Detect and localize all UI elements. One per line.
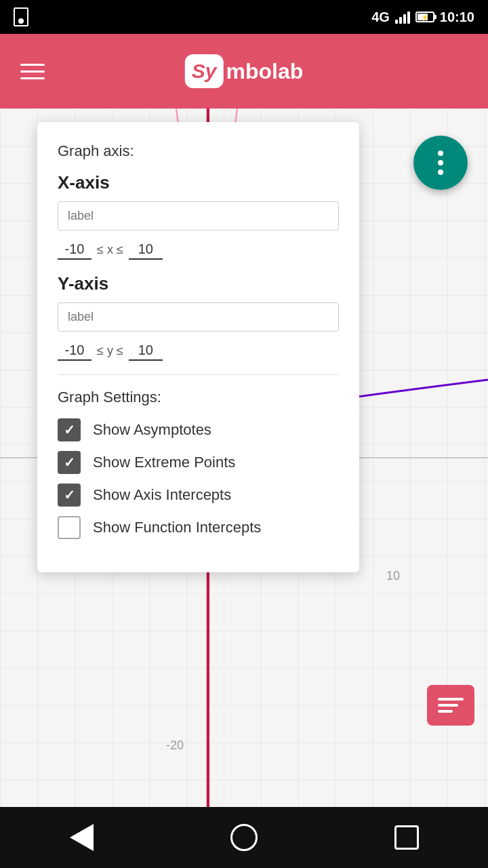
checkbox-asymptotes[interactable]: ✓ (58, 418, 81, 441)
graph-axis-title: Graph axis: (58, 142, 339, 160)
recent-button[interactable] (386, 817, 427, 858)
status-bar: 4G ⚡ 10:10 (0, 0, 488, 34)
y-axis-label-input[interactable] (58, 302, 339, 332)
checkbox-row-function-intercepts: Show Function Intercepts (58, 516, 339, 539)
status-left (14, 7, 28, 26)
lines-icon (438, 698, 464, 713)
graph-label-minus20: -20 (166, 738, 184, 753)
y-max-value[interactable]: 10 (129, 341, 163, 361)
back-icon (70, 824, 94, 851)
label-function-intercepts: Show Function Intercepts (93, 519, 261, 536)
logo-rest: mbolab (226, 59, 303, 84)
sim-icon (14, 7, 28, 26)
checkbox-row-asymptotes: ✓ Show Asymptotes (58, 418, 339, 441)
label-asymptotes: Show Asymptotes (93, 421, 211, 439)
checkmark-axis-intercepts: ✓ (64, 487, 75, 503)
y-range-row: -10 ≤ y ≤ 10 (58, 341, 339, 361)
home-icon (230, 824, 258, 851)
header: Sy mbolab (0, 34, 488, 108)
hamburger-menu[interactable] (20, 64, 45, 79)
signal-bars-icon (395, 10, 410, 24)
label-extreme-points: Show Extreme Points (93, 454, 235, 471)
y-min-value[interactable]: -10 (58, 341, 92, 361)
checkmark-asymptotes: ✓ (64, 422, 75, 438)
more-options-fab[interactable] (413, 136, 468, 190)
x-axis-label: X-axis (58, 172, 339, 193)
battery-icon: ⚡ (415, 12, 434, 22)
checkmark-extreme-points: ✓ (64, 454, 75, 471)
signal-type: 4G (371, 9, 390, 25)
three-dots-icon (438, 151, 443, 175)
back-button[interactable] (61, 817, 102, 858)
x-axis-label-input[interactable] (58, 201, 339, 231)
home-button[interactable] (224, 817, 264, 858)
recent-icon (394, 825, 419, 850)
x-min-value[interactable]: -10 (58, 240, 92, 260)
settings-panel: Graph axis: X-axis -10 ≤ x ≤ 10 Y-axis -… (37, 122, 359, 572)
graph-area: 10 -20 Graph axis: X-axis -10 ≤ x ≤ 10 Y… (0, 108, 488, 807)
y-lte-symbol: ≤ y ≤ (97, 344, 123, 358)
bottom-lines-fab[interactable] (427, 685, 474, 726)
graph-label-10: 10 (386, 569, 400, 583)
checkbox-axis-intercepts[interactable]: ✓ (58, 484, 81, 507)
divider (58, 374, 339, 375)
status-icons: 4G ⚡ 10:10 (371, 9, 474, 25)
x-lte-symbol: ≤ x ≤ (97, 243, 123, 257)
clock: 10:10 (440, 9, 474, 25)
logo-box: Sy (185, 54, 224, 88)
checkbox-row-axis-intercepts: ✓ Show Axis Intercepts (58, 484, 339, 507)
graph-settings-title: Graph Settings: (58, 389, 339, 406)
x-max-value[interactable]: 10 (129, 240, 163, 260)
y-axis-label: Y-axis (58, 273, 339, 294)
x-range-row: -10 ≤ x ≤ 10 (58, 240, 339, 260)
nav-bar (0, 807, 488, 868)
checkbox-row-extreme-points: ✓ Show Extreme Points (58, 451, 339, 474)
checkbox-extreme-points[interactable]: ✓ (58, 451, 81, 474)
checkbox-function-intercepts[interactable] (58, 516, 81, 539)
logo-sy: Sy (192, 60, 217, 82)
label-axis-intercepts: Show Axis Intercepts (93, 486, 231, 504)
logo: Sy mbolab (185, 54, 303, 88)
